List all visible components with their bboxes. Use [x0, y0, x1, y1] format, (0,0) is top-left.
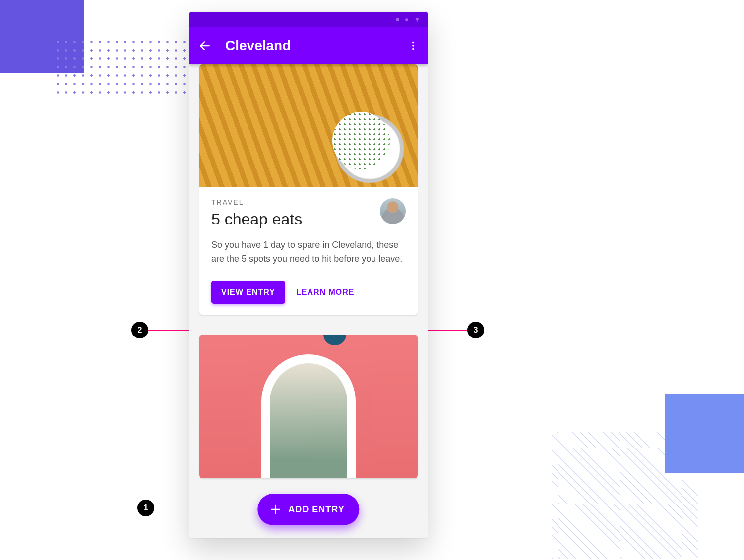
status-bar: ■ ● ▼	[189, 12, 428, 27]
callout-badge-3: 3	[467, 322, 484, 338]
callout-number: 2	[138, 326, 142, 335]
status-triangle-icon: ▼	[414, 16, 421, 23]
arrow-left-icon	[198, 39, 211, 52]
card-actions: VIEW ENTRY LEARN MORE	[211, 281, 406, 304]
card-category: TRAVEL	[211, 198, 406, 206]
card-hero-image	[199, 335, 418, 478]
callout-number: 3	[474, 326, 478, 335]
fab-label: ADD ENTRY	[288, 504, 344, 515]
plus-icon	[269, 504, 281, 515]
card-description: So you have 1 day to spare in Cleveland,…	[211, 238, 406, 266]
decorative-dot-grid	[54, 38, 190, 97]
svg-point-3	[412, 48, 414, 50]
view-entry-button[interactable]: VIEW ENTRY	[211, 281, 285, 304]
learn-more-button[interactable]: LEARN MORE	[296, 288, 355, 297]
status-square-icon: ■	[395, 16, 399, 23]
back-button[interactable]	[198, 39, 211, 52]
decorative-square-blue	[665, 394, 744, 473]
page-title: Cleveland	[225, 38, 394, 54]
callout-badge-2: 2	[131, 322, 148, 338]
card-body: TRAVEL 5 cheap eats So you have 1 day to…	[199, 187, 418, 315]
app-bar: Cleveland	[189, 27, 428, 64]
status-circle-icon: ●	[405, 16, 409, 23]
author-avatar[interactable]	[380, 198, 406, 224]
callout-number: 1	[144, 504, 148, 512]
card-title: 5 cheap eats	[211, 210, 406, 228]
svg-point-1	[412, 42, 414, 44]
entry-card	[199, 335, 418, 478]
entry-card: TRAVEL 5 cheap eats So you have 1 day to…	[199, 64, 418, 315]
svg-point-2	[412, 45, 414, 47]
more-options-button[interactable]	[408, 40, 419, 51]
content-scroll[interactable]: TRAVEL 5 cheap eats So you have 1 day to…	[189, 64, 428, 538]
add-entry-fab[interactable]: ADD ENTRY	[257, 494, 359, 525]
card-hero-image	[199, 64, 418, 187]
more-vert-icon	[408, 40, 419, 51]
phone-frame: ■ ● ▼ Cleveland TRAVEL 5 cheap eats So y…	[189, 12, 428, 538]
lamp-icon	[323, 335, 346, 345]
callout-badge-1: 1	[137, 500, 154, 516]
